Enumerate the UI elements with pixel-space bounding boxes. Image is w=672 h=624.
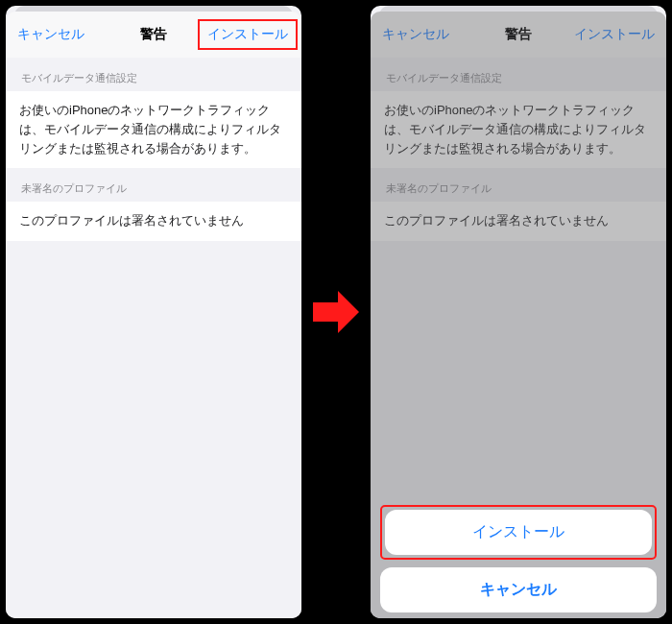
install-button[interactable]: インストール [198, 19, 298, 50]
section-label-profile: 未署名のプロファイル [371, 168, 666, 202]
section-body-profile: このプロファイルは署名されていません [6, 202, 301, 240]
navbar: キャンセル 警告 インストール [371, 12, 666, 58]
svg-marker-0 [313, 291, 359, 333]
section-label-mobile: モバイルデータ通信設定 [371, 58, 666, 91]
arrow-icon [309, 285, 363, 339]
cancel-button[interactable]: キャンセル [382, 26, 449, 43]
action-sheet: インストール キャンセル [380, 505, 657, 612]
action-install-button[interactable]: インストール [385, 510, 652, 555]
section-body-profile: このプロファイルは署名されていません [371, 202, 666, 240]
install-button[interactable]: インストール [574, 26, 655, 43]
section-body-mobile: お使いのiPhoneのネットワークトラフィックは、モバイルデータ通信の構成により… [6, 91, 301, 168]
section-label-mobile: モバイルデータ通信設定 [6, 58, 301, 91]
cancel-button[interactable]: キャンセル [17, 26, 84, 43]
warning-sheet: キャンセル 警告 インストール モバイルデータ通信設定 お使いのiPhoneのネ… [6, 12, 301, 618]
section-label-profile: 未署名のプロファイル [6, 168, 301, 202]
section-body-mobile: お使いのiPhoneのネットワークトラフィックは、モバイルデータ通信の構成により… [371, 91, 666, 168]
navbar: キャンセル 警告 インストール [6, 12, 301, 58]
action-cancel-button[interactable]: キャンセル [380, 567, 657, 612]
install-highlight: インストール [380, 505, 657, 560]
warning-sheet: キャンセル 警告 インストール モバイルデータ通信設定 お使いのiPhoneのネ… [371, 12, 666, 618]
content-area: モバイルデータ通信設定 お使いのiPhoneのネットワークトラフィックは、モバイ… [6, 58, 301, 618]
phone-left: キャンセル 警告 インストール モバイルデータ通信設定 お使いのiPhoneのネ… [6, 6, 301, 618]
phone-right: キャンセル 警告 インストール モバイルデータ通信設定 お使いのiPhoneのネ… [371, 6, 666, 618]
